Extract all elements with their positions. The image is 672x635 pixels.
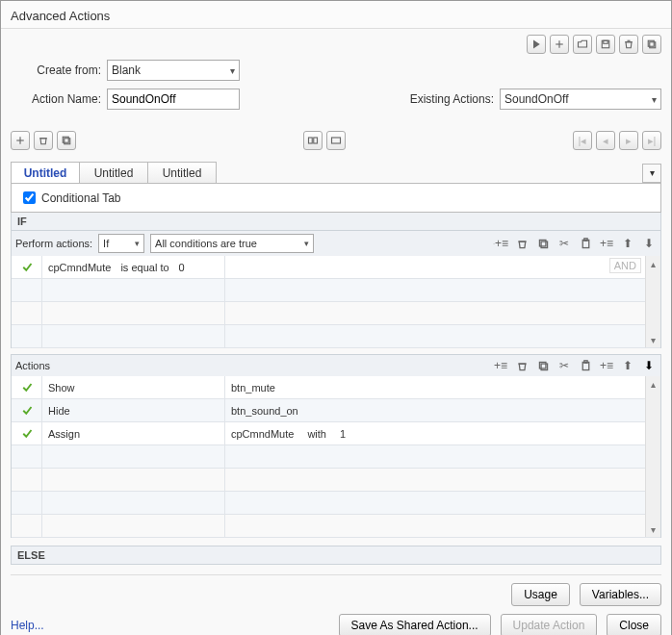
svg-rect-8 xyxy=(650,42,656,48)
play-icon[interactable] xyxy=(527,35,546,54)
scrollbar[interactable]: ▴▾ xyxy=(645,256,660,347)
duplicate-button[interactable] xyxy=(57,131,76,150)
tab-2[interactable]: Untitled xyxy=(147,162,217,184)
svg-rect-16 xyxy=(332,138,341,143)
save-shared-button[interactable]: Save As Shared Action... xyxy=(339,614,491,635)
check-icon xyxy=(21,427,33,441)
action-name-label: Action Name: xyxy=(11,92,107,106)
cond-val: 0 xyxy=(179,262,185,273)
action-type: Show xyxy=(48,382,75,394)
delete-button[interactable] xyxy=(34,131,53,150)
check-icon xyxy=(21,381,33,394)
condition-row-empty[interactable] xyxy=(12,325,660,348)
svg-rect-13 xyxy=(65,139,70,144)
act-moveup-icon[interactable]: ⬆ xyxy=(620,358,635,373)
folder-open-icon[interactable] xyxy=(573,35,592,54)
actions-label: Actions xyxy=(15,360,50,371)
group-expand-icon[interactable] xyxy=(326,131,346,150)
close-button[interactable]: Close xyxy=(607,614,661,635)
action-row[interactable]: Assign cpCmndMutewith1 xyxy=(12,422,660,445)
action-row[interactable]: Show btn_mute xyxy=(12,376,660,399)
conditional-tab-label: Conditional Tab xyxy=(41,191,121,205)
first-icon[interactable]: |◂ xyxy=(573,131,592,150)
cond-paste-icon[interactable] xyxy=(578,236,593,251)
action-row[interactable]: Hide btn_sound_on xyxy=(12,399,660,422)
tab-1[interactable]: Untitled xyxy=(79,162,148,184)
action-row-empty[interactable] xyxy=(12,445,660,469)
act-trash-icon[interactable] xyxy=(514,358,530,373)
act-copy-icon[interactable] xyxy=(535,358,551,373)
action-target: btn_sound_on xyxy=(231,405,298,417)
help-link[interactable]: Help... xyxy=(11,619,44,632)
act-cut-icon[interactable]: ✂ xyxy=(556,358,572,373)
cond-cut-icon[interactable]: ✂ xyxy=(556,236,572,251)
check-icon xyxy=(21,261,33,274)
act-add-icon[interactable]: +≡ xyxy=(493,358,508,373)
cond-trash-icon[interactable] xyxy=(514,236,530,251)
action-row-empty[interactable] xyxy=(12,515,660,538)
condition-row[interactable]: cpCmndMuteis equal to0 AND xyxy=(12,256,660,279)
act-movedown-icon[interactable]: ⬇ xyxy=(641,358,657,373)
prev-icon[interactable]: ◂ xyxy=(596,131,615,150)
perform-actions-label: Perform actions: xyxy=(15,238,92,249)
add-button[interactable] xyxy=(11,131,30,150)
and-label: AND xyxy=(609,258,641,273)
action-extra: 1 xyxy=(340,428,346,440)
cond-copy-icon[interactable] xyxy=(535,236,551,251)
cond-movedown-icon[interactable]: ⬇ xyxy=(641,236,657,251)
action-row-empty[interactable] xyxy=(12,469,660,492)
action-type: Assign xyxy=(48,428,80,440)
window-title: Advanced Actions xyxy=(1,1,671,29)
svg-rect-12 xyxy=(63,137,68,142)
trash-icon[interactable] xyxy=(619,35,638,54)
cond-var: cpCmndMute xyxy=(48,262,111,273)
svg-rect-4 xyxy=(604,40,608,43)
update-action-button: Update Action xyxy=(501,614,598,635)
cond-moveup-icon[interactable]: ⬆ xyxy=(620,236,635,251)
action-name-input[interactable] xyxy=(107,89,240,110)
create-from-label: Create from: xyxy=(11,64,107,77)
svg-rect-15 xyxy=(314,138,318,143)
plus-icon[interactable] xyxy=(550,35,569,54)
variables-button[interactable]: Variables... xyxy=(580,583,661,606)
create-from-select[interactable]: Blank xyxy=(107,60,240,81)
group-collapse-icon[interactable] xyxy=(303,131,323,150)
last-icon[interactable]: ▸| xyxy=(642,131,661,150)
folder-save-icon[interactable] xyxy=(596,35,615,54)
create-from-value: Blank xyxy=(112,64,141,77)
action-type: Hide xyxy=(48,405,70,417)
tab-0[interactable]: Untitled xyxy=(11,162,80,184)
svg-rect-7 xyxy=(648,40,654,46)
conditional-tab-checkbox[interactable] xyxy=(23,191,36,204)
usage-button[interactable]: Usage xyxy=(511,583,570,606)
action-target: cpCmndMute xyxy=(231,428,294,440)
svg-rect-14 xyxy=(309,138,313,143)
perform-conditions-select[interactable]: All conditions are true xyxy=(150,234,314,253)
act-paste-icon[interactable] xyxy=(578,358,593,373)
cond-insert-icon[interactable]: +≡ xyxy=(599,236,614,251)
action-with: with xyxy=(307,428,326,440)
perform-if-select[interactable]: If xyxy=(98,234,144,253)
next-icon[interactable]: ▸ xyxy=(619,131,638,150)
copy-icon[interactable] xyxy=(642,35,661,54)
else-header: ELSE xyxy=(11,546,661,565)
cond-add-icon[interactable]: +≡ xyxy=(493,236,508,251)
condition-row-empty[interactable] xyxy=(12,279,660,302)
action-row-empty[interactable] xyxy=(12,492,660,515)
svg-marker-0 xyxy=(533,40,540,49)
if-header: IF xyxy=(11,213,661,231)
tabs-overflow-icon[interactable]: ▾ xyxy=(642,164,661,183)
scrollbar[interactable]: ▴▾ xyxy=(645,376,660,537)
action-target: btn_mute xyxy=(231,382,275,394)
check-icon xyxy=(21,404,33,418)
cond-op: is equal to xyxy=(120,262,168,273)
condition-row-empty[interactable] xyxy=(12,302,660,325)
act-insert-icon[interactable]: +≡ xyxy=(599,358,614,373)
